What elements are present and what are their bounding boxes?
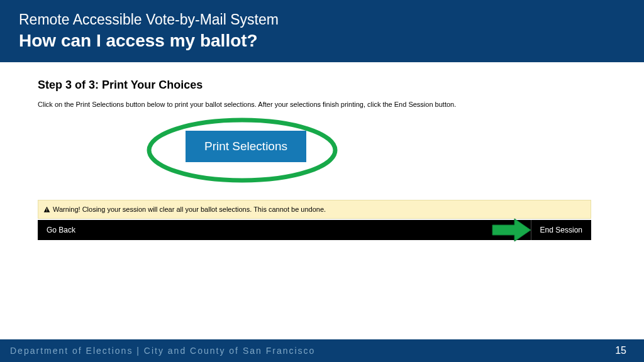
warning-triangle-icon (43, 206, 50, 213)
print-area: Print Selections (38, 118, 606, 194)
slide-footer: Department of Elections | City and Count… (0, 339, 644, 362)
end-session-button[interactable]: End Session (531, 220, 591, 240)
nav-bar: Go Back End Session (38, 220, 591, 240)
warning-bar: Warning! Closing your session will clear… (38, 200, 591, 219)
svg-rect-2 (47, 211, 47, 211)
slide-title: How can I access my ballot? (19, 31, 625, 51)
print-selections-button[interactable]: Print Selections (186, 131, 306, 162)
right-arrow-icon (489, 215, 533, 245)
svg-marker-3 (492, 219, 531, 241)
slide-header: Remote Accessible Vote-by-Mail System Ho… (0, 0, 644, 62)
instruction-text: Click on the Print Selections button bel… (38, 101, 606, 108)
page-number: 15 (615, 345, 626, 356)
svg-rect-1 (47, 208, 47, 210)
slide-content: Step 3 of 3: Print Your Choices Click on… (0, 62, 644, 240)
slide-subtitle: Remote Accessible Vote-by-Mail System (19, 11, 625, 28)
footer-department: Department of Elections | City and Count… (10, 346, 315, 356)
warning-text: Warning! Closing your session will clear… (53, 206, 326, 213)
slide: Remote Accessible Vote-by-Mail System Ho… (0, 0, 644, 362)
go-back-button[interactable]: Go Back (38, 226, 75, 234)
step-heading: Step 3 of 3: Print Your Choices (38, 79, 606, 92)
